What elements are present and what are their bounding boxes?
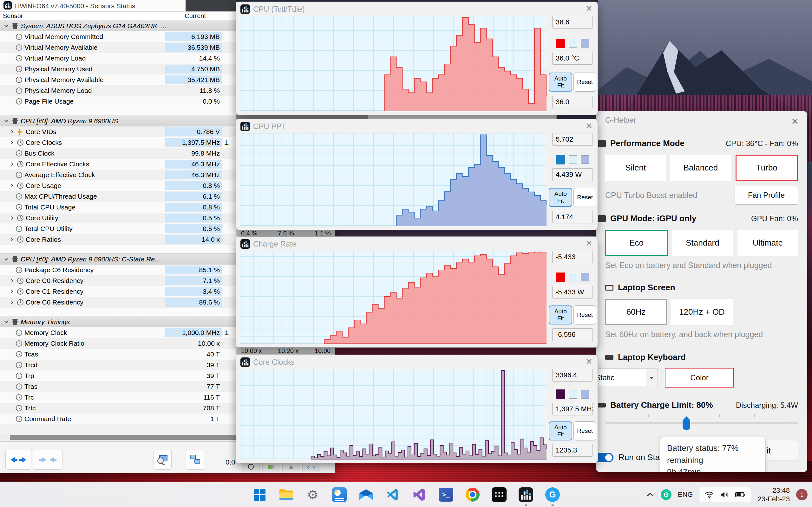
auto-fit-button[interactable]: Auto Fit [549,188,572,207]
expand-icon[interactable] [9,289,15,294]
sensor-group-row[interactable]: Memory Timings [0,316,237,327]
sensor-row[interactable]: Core VIDs0.786 V [0,126,237,137]
close-icon[interactable]: ✕ [586,357,593,367]
taskbar-icon-mail[interactable] [357,486,375,504]
remote-monitoring-button[interactable] [186,450,205,469]
collapse-icon[interactable] [3,319,10,325]
sensor-row[interactable]: Tcas40 T [0,349,237,360]
sensor-row[interactable]: Page File Usage0.0 % [0,96,237,107]
screen-button-60hz[interactable]: 60Hz [605,299,667,325]
sensor-row[interactable]: Total CPU Usage0.8 % [0,202,237,213]
sensor-group-row[interactable]: CPU [#0]: AMD Ryzen 9 6900HS [0,115,237,126]
slider-handle[interactable] [682,416,690,430]
sensor-row[interactable]: Core Ratios14.0 x [0,234,237,245]
reset-button[interactable]: Reset [573,72,596,92]
expand-icon[interactable] [9,129,15,134]
taskbar-icon-system-monitor[interactable] [330,486,349,504]
color-swatch[interactable] [556,39,565,48]
color-swatch[interactable] [556,155,565,164]
screen-button-120hz[interactable]: 120Hz + OD [671,299,733,325]
mode-button-balanced[interactable]: Balanced [670,155,731,181]
sensor-row[interactable]: Physical Memory Used4,750 MB [0,64,237,74]
sensor-row[interactable]: Virtual Memory Load14.4 % [0,53,237,64]
sensor-row[interactable]: Trcd39 T [0,360,237,371]
keyboard-color-button[interactable]: Color [665,368,734,388]
graph-titlebar[interactable]: CPU PPT [241,122,286,131]
color-swatch[interactable] [581,273,589,281]
expand-icon[interactable] [9,300,15,305]
auto-fit-button[interactable]: Auto Fit [549,305,572,325]
color-swatch[interactable] [569,155,577,164]
expand-icon[interactable] [9,140,15,145]
grammarly-tray-icon[interactable]: G [661,489,671,500]
collapse-icon[interactable] [3,257,10,262]
system-summary-button[interactable] [153,450,171,469]
sensor-row[interactable]: Total CPU Utility0.5 % [0,223,237,234]
graph-titlebar[interactable]: Charge Rate [241,239,296,249]
taskbar-icon-chrome[interactable] [463,486,482,504]
sensor-row[interactable]: Max CPU/Thread Usage6.1 % [0,191,237,202]
fan-profile-button[interactable]: Fan Profile [734,186,798,205]
sensor-row[interactable]: Command Rate1 T [0,413,237,424]
color-swatch[interactable] [569,273,577,281]
expand-icon[interactable] [9,162,15,167]
chevron-down-icon[interactable] [646,370,657,386]
mode-button-silent[interactable]: Silent [605,155,666,181]
collapse-icon[interactable] [3,23,10,29]
language-indicator[interactable]: ENG [678,491,693,499]
taskbar-icon-visual-studio[interactable] [410,486,428,504]
notification-badge[interactable]: 1 [796,489,808,500]
sensor-row[interactable]: Trc116 T [0,392,237,403]
close-icon[interactable]: ✕ [586,239,593,248]
slider-track[interactable] [605,422,798,424]
color-swatch[interactable] [569,390,577,399]
taskbar-icon-file-explorer[interactable] [277,486,295,504]
collapse-icon[interactable] [3,118,10,124]
sensor-row[interactable]: Core C1 Residency3.4 % [0,286,237,297]
color-swatch[interactable] [581,39,589,48]
sensor-row[interactable]: Memory Clock1,000.0 MHz1, [0,327,237,338]
close-icon[interactable]: ✕ [792,116,799,127]
taskbar-icon-vscode[interactable] [384,486,402,504]
taskbar-icon-settings[interactable]: ⚙ [304,486,322,504]
reset-button[interactable]: Reset [573,305,596,325]
mode-button-turbo[interactable]: Turbo [735,155,798,181]
taskbar-icon-start[interactable] [250,486,269,504]
expand-icon[interactable] [9,278,15,283]
collapse-columns-button[interactable] [33,450,62,469]
expand-icon[interactable] [9,237,15,242]
auto-fit-button[interactable]: Auto Fit [549,72,572,92]
auto-fit-button[interactable]: Auto Fit [549,421,572,441]
gpu-button-standard[interactable]: Standard [672,230,733,256]
system-tray-pill[interactable] [699,487,751,502]
sensor-row[interactable]: Trfc708 T [0,403,237,413]
expand-columns-button[interactable] [5,450,32,469]
taskbar-icon-media-grid[interactable] [490,486,508,504]
keyboard-mode-dropdown[interactable]: Static [596,369,658,387]
graph-titlebar[interactable]: CPU (Tctl/Tdie) [241,4,305,14]
reset-button[interactable]: Reset [573,421,596,441]
color-swatch[interactable] [556,273,565,282]
sensor-row[interactable]: Average Effective Clock46.3 MHz [0,170,237,180]
sensor-row[interactable]: Tras77 T [0,381,237,392]
sensor-row[interactable]: Core Usage0.8 % [0,180,237,191]
expand-icon[interactable] [9,216,15,221]
taskbar-clock[interactable]: 23:48 23-Feb-23 [757,486,790,504]
column-current[interactable]: Current [165,12,206,20]
color-swatch[interactable] [581,155,589,164]
sensor-row[interactable]: Core C0 Residency7.1 % [0,275,237,286]
sensor-row[interactable]: Package C6 Residency85.1 % [0,265,237,275]
battery-limit-slider[interactable] [605,414,798,434]
close-icon[interactable]: ✕ [586,4,593,14]
taskbar-icon-powershell[interactable]: >_ [437,486,455,504]
sensor-group-row[interactable]: System: ASUS ROG Zephyrus G14 GA402RK_..… [0,20,237,32]
graph-titlebar[interactable]: Core Clocks [241,357,295,367]
sensor-row[interactable]: Virtual Memory Committed6,193 MB [0,32,237,42]
sensor-row[interactable]: Memory Clock Ratio10.00 x [0,338,237,349]
sensor-row[interactable]: Virtual Memory Available36,539 MB [0,42,237,53]
sensor-row[interactable]: Physical Memory Available35,421 MB [0,74,237,85]
color-swatch[interactable] [581,390,589,399]
sensor-row[interactable]: Core Effective Clocks46.3 MHz [0,159,237,170]
reset-button[interactable]: Reset [573,188,596,207]
close-icon[interactable]: ✕ [586,121,593,131]
